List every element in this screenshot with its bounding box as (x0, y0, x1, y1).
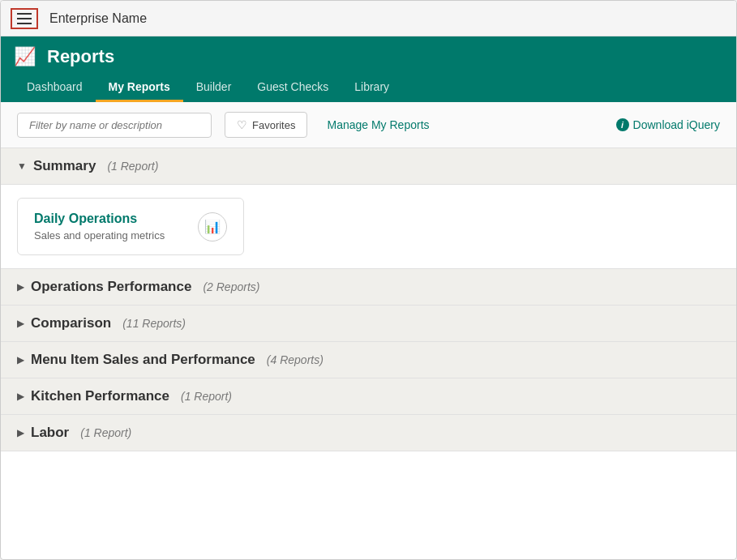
arrow-down-icon: ▼ (17, 160, 27, 172)
bar-chart-icon: 📊 (204, 219, 221, 234)
section-count-menu-item-sales: (4 Reports) (267, 353, 324, 366)
section-title-comparison: Comparison (31, 315, 111, 331)
download-label: Download iQuery (633, 118, 720, 131)
report-card-text: Daily Operations Sales and operating met… (34, 212, 190, 242)
arrow-right-icon-3: ▶ (17, 354, 24, 365)
info-icon: i (616, 118, 629, 131)
report-desc-daily-operations: Sales and operating metrics (34, 229, 190, 242)
section-title-summary: Summary (33, 158, 96, 174)
summary-report-cards: Daily Operations Sales and operating met… (1, 185, 736, 269)
content-area: ▼ Summary (1 Report) Daily Operations Sa… (1, 148, 736, 559)
favorites-button[interactable]: ♡ Favorites (225, 112, 307, 138)
favorites-label: Favorites (252, 119, 295, 131)
section-title-kitchen-performance: Kitchen Performance (31, 388, 169, 404)
download-iquery-link[interactable]: i Download iQuery (616, 118, 720, 131)
nav-tabs: Dashboard My Reports Builder Guest Check… (14, 74, 723, 102)
section-count-comparison: (11 Reports) (122, 317, 186, 330)
manage-my-reports-link[interactable]: Manage My Reports (327, 118, 429, 131)
page-title: Reports (47, 46, 114, 67)
report-title-daily-operations: Daily Operations (34, 212, 190, 226)
arrow-right-icon-4: ▶ (17, 391, 24, 402)
section-header-menu-item-sales[interactable]: ▶ Menu Item Sales and Performance (4 Rep… (1, 342, 736, 378)
section-count-summary: (1 Report) (107, 160, 158, 173)
section-title-labor: Labor (31, 425, 69, 441)
toolbar: ♡ Favorites Manage My Reports i Download… (1, 102, 736, 148)
section-count-operations-performance: (2 Reports) (203, 280, 259, 293)
app-window: Enterprise Name 📈 Reports Dashboard My R… (0, 0, 737, 560)
tab-my-reports[interactable]: My Reports (96, 74, 183, 102)
section-title-menu-item-sales: Menu Item Sales and Performance (31, 352, 255, 368)
section-count-kitchen-performance: (1 Report) (181, 390, 232, 403)
section-header-comparison[interactable]: ▶ Comparison (11 Reports) (1, 306, 736, 342)
report-card-daily-operations[interactable]: Daily Operations Sales and operating met… (17, 198, 244, 255)
tab-builder[interactable]: Builder (183, 74, 245, 102)
section-header-operations-performance[interactable]: ▶ Operations Performance (2 Reports) (1, 269, 736, 306)
hamburger-button[interactable] (11, 8, 38, 29)
tab-dashboard[interactable]: Dashboard (14, 74, 96, 102)
section-header-summary[interactable]: ▼ Summary (1 Report) (1, 148, 736, 185)
section-count-labor: (1 Report) (80, 426, 131, 439)
topbar: Enterprise Name (1, 1, 736, 36)
tab-guest-checks[interactable]: Guest Checks (244, 74, 341, 102)
section-header-labor[interactable]: ▶ Labor (1 Report) (1, 415, 736, 451)
arrow-right-icon: ▶ (17, 281, 24, 293)
header-nav-top: 📈 Reports (14, 36, 723, 74)
header-nav: 📈 Reports Dashboard My Reports Builder G… (1, 36, 736, 102)
chart-icon-button[interactable]: 📊 (198, 212, 227, 242)
section-header-kitchen-performance[interactable]: ▶ Kitchen Performance (1 Report) (1, 378, 736, 415)
section-title-operations-performance: Operations Performance (31, 279, 191, 295)
heart-icon: ♡ (237, 118, 247, 131)
arrow-right-icon-5: ▶ (17, 427, 24, 438)
reports-icon: 📈 (14, 46, 36, 67)
tab-library[interactable]: Library (341, 74, 402, 102)
arrow-right-icon-2: ▶ (17, 318, 24, 329)
enterprise-name: Enterprise Name (49, 11, 147, 26)
filter-input[interactable] (17, 113, 212, 138)
